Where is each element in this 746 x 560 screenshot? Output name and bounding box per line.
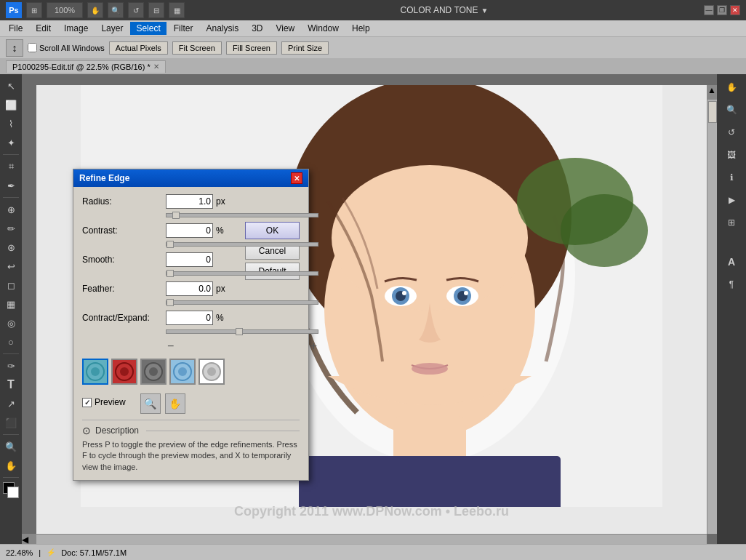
view-icon[interactable]: ▦: [169, 2, 185, 18]
arrange-icon[interactable]: ⊟: [148, 2, 164, 18]
contrast-input[interactable]: [166, 223, 213, 238]
hscroll-left-button[interactable]: ◀: [22, 535, 36, 544]
pen-tool[interactable]: ✑: [2, 357, 20, 375]
rp-zoom-tool[interactable]: 🔍: [721, 100, 742, 120]
rp-rotate-tool[interactable]: ↺: [721, 122, 742, 143]
fit-screen-button[interactable]: Fit Screen: [172, 41, 222, 55]
eraser-tool[interactable]: ◻: [2, 276, 20, 294]
fill-screen-button[interactable]: Fill Screen: [226, 41, 277, 55]
zoom-tool[interactable]: 🔍: [108, 2, 124, 18]
dodge-tool[interactable]: ○: [2, 333, 20, 351]
radius-slider-thumb[interactable]: [172, 212, 180, 219]
svg-point-22: [120, 367, 129, 376]
zoom-icon[interactable]: 🔍: [140, 393, 161, 414]
path-selection-tool[interactable]: ↗: [2, 395, 20, 412]
healing-brush-tool[interactable]: ⊕: [2, 201, 20, 218]
zoom-tool-left[interactable]: 🔍: [2, 438, 20, 455]
move-tool[interactable]: ↖: [2, 77, 20, 95]
preview-mode-1[interactable]: [82, 359, 108, 385]
menu-file[interactable]: File: [3, 22, 28, 35]
svg-point-17: [561, 194, 648, 267]
dialog-close-button[interactable]: ✕: [291, 172, 302, 184]
restore-button[interactable]: ❐: [717, 5, 727, 15]
lasso-tool[interactable]: ⌇: [2, 115, 20, 132]
pan-icon[interactable]: ✋: [165, 393, 185, 414]
menu-layer[interactable]: Layer: [95, 22, 129, 35]
description-toggle[interactable]: ⊙: [82, 425, 91, 436]
rp-text-icon[interactable]: A: [721, 252, 742, 272]
menu-edit[interactable]: Edit: [30, 22, 57, 35]
status-separator: |: [39, 548, 41, 557]
doc-icon[interactable]: ⊞: [26, 2, 42, 18]
feather-slider-thumb[interactable]: [167, 299, 174, 306]
actual-pixels-button[interactable]: Actual Pixels: [109, 41, 168, 55]
titlebar-title: COLOR AND TONE ▼: [401, 5, 489, 15]
contract-expand-slider-thumb[interactable]: [236, 328, 243, 335]
radius-input[interactable]: [166, 194, 213, 209]
preview-mode-4[interactable]: [169, 359, 196, 385]
print-size-button[interactable]: Print Size: [281, 41, 329, 55]
preview-mode-2[interactable]: [111, 359, 137, 385]
eyedropper-tool[interactable]: ✒: [2, 177, 20, 194]
rp-info-icon[interactable]: ℹ: [721, 167, 742, 188]
rp-paragraph-icon[interactable]: ¶: [721, 274, 742, 295]
clone-stamp-tool[interactable]: ⊛: [2, 239, 20, 256]
contrast-slider-thumb[interactable]: [167, 241, 174, 248]
magic-wand-tool[interactable]: ✦: [2, 134, 20, 151]
type-tool[interactable]: T: [2, 376, 20, 393]
menu-help[interactable]: Help: [346, 22, 376, 35]
document-tab[interactable]: P1000295-Edit.tif @ 22.5% (RGB/16) * ✕: [6, 60, 166, 73]
rp-select-icon[interactable]: ⊞: [721, 212, 742, 233]
close-button[interactable]: ✕: [730, 5, 740, 15]
vertical-scrollbar[interactable]: ▲: [707, 85, 717, 534]
title-dropdown[interactable]: ▼: [481, 7, 489, 15]
scroll-all-checkbox[interactable]: [28, 43, 37, 52]
zoom-display[interactable]: 100%: [47, 2, 83, 18]
minus-label: −: [167, 340, 174, 353]
preview-mode-5[interactable]: [198, 359, 225, 385]
contrast-slider-track[interactable]: [166, 242, 318, 247]
menu-window[interactable]: Window: [302, 22, 345, 35]
minimize-button[interactable]: —: [704, 5, 714, 15]
hand-tool[interactable]: ✋: [87, 2, 103, 18]
menu-image[interactable]: Image: [58, 22, 94, 35]
scroll-all-windows-checkbox[interactable]: Scroll All Windows: [28, 43, 105, 52]
background-color[interactable]: [7, 487, 19, 498]
feather-slider-track[interactable]: [166, 300, 318, 305]
horizontal-scrollbar[interactable]: ◀: [22, 534, 707, 544]
right-panel: ✋ 🔍 ↺ 🖼 ℹ ▶ ⊞ A ¶: [717, 74, 746, 544]
rp-play-icon[interactable]: ▶: [721, 190, 742, 210]
preview-checkbox[interactable]: ✓: [82, 398, 92, 407]
shape-tool[interactable]: ⬛: [2, 414, 20, 431]
smooth-slider-thumb[interactable]: [167, 270, 174, 277]
photoshop-icon: Ps: [6, 2, 22, 18]
menu-select[interactable]: Select: [130, 22, 166, 35]
crop-tool[interactable]: ⌗: [2, 158, 20, 175]
feather-input[interactable]: [166, 281, 213, 296]
smooth-input[interactable]: [166, 252, 213, 267]
blur-tool[interactable]: ◎: [2, 314, 20, 332]
menu-filter[interactable]: Filter: [168, 22, 199, 35]
radius-slider-track[interactable]: [166, 213, 318, 217]
menu-analysis[interactable]: Analysis: [200, 22, 244, 35]
preview-mode-3[interactable]: [140, 359, 167, 385]
foreground-background-colors[interactable]: [3, 482, 19, 498]
menu-3d[interactable]: 3D: [246, 22, 268, 35]
vscroll-up-button[interactable]: ▲: [707, 85, 717, 100]
history-brush-tool[interactable]: ↩: [2, 257, 20, 275]
gradient-tool[interactable]: ▦: [2, 295, 20, 313]
rp-hand-tool[interactable]: ✋: [721, 77, 742, 97]
vscroll-thumb[interactable]: [708, 101, 717, 123]
rp-image-icon[interactable]: 🖼: [721, 145, 742, 165]
hand-tool-left[interactable]: ✋: [2, 457, 20, 474]
brush-tool[interactable]: ✏: [2, 220, 20, 237]
menu-view[interactable]: View: [270, 22, 300, 35]
ok-button[interactable]: OK: [245, 222, 300, 239]
contract-expand-slider-track[interactable]: [166, 329, 318, 334]
marquee-tool[interactable]: ⬜: [2, 96, 20, 113]
svg-point-20: [91, 367, 100, 376]
tab-close-button[interactable]: ✕: [153, 63, 159, 71]
contract-expand-input[interactable]: [166, 311, 213, 325]
rotate-tool[interactable]: ↺: [128, 2, 144, 18]
smooth-slider-track[interactable]: [166, 271, 318, 276]
